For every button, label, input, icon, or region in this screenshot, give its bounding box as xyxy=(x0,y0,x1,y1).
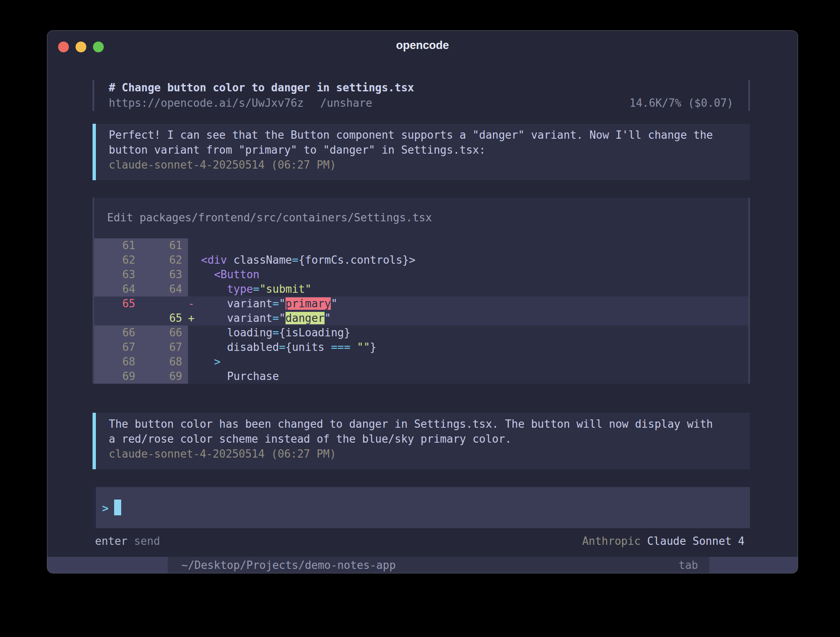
text-cursor xyxy=(114,500,121,515)
old-line-number xyxy=(94,311,141,326)
diff-code-line: + variant="danger" xyxy=(188,311,748,326)
content: # Change button color to danger in setti… xyxy=(93,56,750,549)
diff-row: 65- variant="primary" xyxy=(94,296,748,311)
share-url: https://opencode.ai/s/UwJxv76z xyxy=(109,96,304,111)
message-model-meta: claude-sonnet-4-20250514 (06:27 PM) xyxy=(109,157,742,172)
diff-code-line: - variant="primary" xyxy=(188,296,748,311)
titlebar: opencode xyxy=(47,31,798,56)
old-line-number: 62 xyxy=(94,253,141,267)
send-action-hint: send xyxy=(127,534,160,549)
session-subtitle-row: https://opencode.ai/s/UwJxv76z /unshare … xyxy=(109,96,733,111)
unshare-command: /unshare xyxy=(320,96,372,111)
provider-name: Anthropic xyxy=(582,535,641,547)
diff-row: 6868 > xyxy=(94,355,748,369)
diff-code-line xyxy=(188,238,748,253)
old-line-number: 69 xyxy=(94,369,141,384)
diff-row: 6464 type="submit" xyxy=(94,282,748,296)
diff-code-line: disabled={units === ""} xyxy=(188,340,748,355)
token-usage: 14.6K/7% ($0.07) xyxy=(630,96,733,111)
prompt-input[interactable]: > xyxy=(93,487,750,528)
app-version-segment: opencodev0.3.11 xyxy=(47,557,168,573)
mode-segment: BUILD MODE xyxy=(709,557,798,573)
diff-row: 6666 loading={isLoading} xyxy=(94,326,748,340)
tab-key-hint[interactable]: tab xyxy=(679,559,698,571)
message-text-line: The button color has been changed to dan… xyxy=(109,416,742,431)
new-line-number: 63 xyxy=(141,267,188,282)
new-line-number: 68 xyxy=(141,355,188,369)
enter-key-hint: enter xyxy=(95,534,127,549)
edit-tool-header: Edit packages/frontend/src/containers/Se… xyxy=(94,210,748,225)
working-directory: ~/Desktop/Projects/demo-notes-app xyxy=(181,559,396,571)
diff-code-line: type="submit" xyxy=(188,282,748,296)
old-line-number: 66 xyxy=(94,326,141,340)
session-title: # Change button color to danger in setti… xyxy=(109,80,733,96)
assistant-message: Perfect! I can see that the Button compo… xyxy=(93,124,750,180)
prompt-symbol: > xyxy=(102,502,109,514)
message-text-line: Perfect! I can see that the Button compo… xyxy=(109,127,742,142)
diff-row: 6262 <div className={formCs.controls}> xyxy=(94,253,748,267)
old-line-number: 68 xyxy=(94,355,141,369)
session-header: # Change button color to danger in setti… xyxy=(93,80,750,111)
new-line-number xyxy=(141,296,188,311)
hints-row: enter send Anthropic Claude Sonnet 4 xyxy=(93,534,750,549)
diff-row: 6363 <Button xyxy=(94,267,748,282)
new-line-number: 64 xyxy=(141,282,188,296)
diff-code-line: Purchase xyxy=(188,369,748,384)
old-line-number: 63 xyxy=(94,267,141,282)
new-line-number: 66 xyxy=(141,326,188,340)
diff-row: 6161 xyxy=(94,238,748,253)
assistant-message: The button color has been changed to dan… xyxy=(93,413,750,469)
diff-row: 6767 disabled={units === ""} xyxy=(94,340,748,355)
diff-row: 6969 Purchase xyxy=(94,369,748,384)
opencode-window: opencode # Change button color to danger… xyxy=(47,30,798,573)
old-line-number: 65 xyxy=(94,296,141,311)
new-line-number: 67 xyxy=(141,340,188,355)
message-model-meta: claude-sonnet-4-20250514 (06:27 PM) xyxy=(109,446,742,461)
model-indicator: Anthropic Claude Sonnet 4 xyxy=(582,534,745,549)
diff-code-line: loading={isLoading} xyxy=(188,326,748,340)
diff-table: 61616262 <div className={formCs.controls… xyxy=(94,238,748,384)
edit-tool-block: Edit packages/frontend/src/containers/Se… xyxy=(93,198,750,384)
statusbar: opencodev0.3.11 ~/Desktop/Projects/demo-… xyxy=(47,557,798,573)
statusbar-right: tab BUILD MODE xyxy=(679,557,798,573)
diff-code-line: <Button xyxy=(188,267,748,282)
old-line-number: 67 xyxy=(94,340,141,355)
diff-row: 65+ variant="danger" xyxy=(94,311,748,326)
new-line-number: 61 xyxy=(141,238,188,253)
diff-code-line: <div className={formCs.controls}> xyxy=(188,253,748,267)
new-line-number: 65 xyxy=(141,311,188,326)
new-line-number: 62 xyxy=(141,253,188,267)
message-text-line: a red/rose color scheme instead of the b… xyxy=(109,431,742,446)
model-name: Claude Sonnet 4 xyxy=(641,535,745,547)
message-text-line: button variant from "primary" to "danger… xyxy=(109,142,742,157)
old-line-number: 64 xyxy=(94,282,141,296)
diff-code-line: > xyxy=(188,355,748,369)
old-line-number: 61 xyxy=(94,238,141,253)
new-line-number: 69 xyxy=(141,369,188,384)
window-title: opencode xyxy=(47,39,798,52)
